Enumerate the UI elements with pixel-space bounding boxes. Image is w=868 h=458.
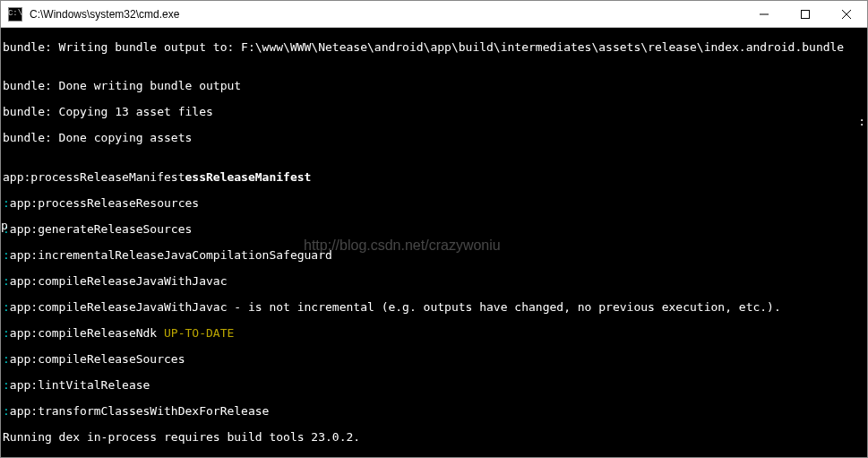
out-line: :app:transformClassesWithDexForRelease bbox=[3, 405, 865, 419]
scroll-hint: p bbox=[1, 220, 8, 233]
out-line: :app:compileReleaseJavaWithJavac bbox=[3, 275, 865, 289]
out-line: :app:compileReleaseJavaWithJavac - is no… bbox=[3, 301, 865, 315]
out-line: :app:compileReleaseSources bbox=[3, 353, 865, 367]
out-line: bundle: Copying 13 asset files bbox=[3, 106, 865, 119]
out-line: bundle: Done copying assets bbox=[3, 132, 865, 145]
out-line: :app:lintVitalRelease bbox=[3, 379, 865, 393]
terminal-output[interactable]: bundle: Writing bundle output to: F:\www… bbox=[1, 28, 867, 457]
out-line: bundle: Done writing bundle output bbox=[3, 80, 865, 93]
out-line: app:processReleaseManifestessReleaseMani… bbox=[3, 171, 865, 185]
close-button[interactable] bbox=[826, 1, 867, 27]
titlebar[interactable]: C:\ C:\Windows\system32\cmd.exe bbox=[1, 1, 867, 28]
out-line: :app:compileReleaseNdk UP-TO-DATE bbox=[3, 327, 865, 341]
out-line: For faster builds update this project to… bbox=[3, 457, 865, 458]
out-line: :app:generateReleaseSources bbox=[3, 223, 865, 237]
scroll-hint: : bbox=[858, 116, 865, 129]
window-controls bbox=[743, 1, 867, 27]
out-line: Running dex in-process requires build to… bbox=[3, 431, 865, 445]
out-line: :app:incrementalReleaseJavaCompilationSa… bbox=[3, 249, 865, 263]
window-title: C:\Windows\system32\cmd.exe bbox=[30, 8, 743, 21]
out-line: :app:processReleaseResources bbox=[3, 197, 865, 211]
maximize-button[interactable] bbox=[785, 1, 826, 27]
out-line: bundle: Writing bundle output to: F:\www… bbox=[3, 41, 865, 55]
cmd-window: C:\ C:\Windows\system32\cmd.exe bundle: … bbox=[0, 0, 868, 458]
svg-rect-1 bbox=[802, 10, 810, 18]
cmd-icon: C:\ bbox=[8, 7, 22, 22]
minimize-button[interactable] bbox=[743, 1, 785, 27]
